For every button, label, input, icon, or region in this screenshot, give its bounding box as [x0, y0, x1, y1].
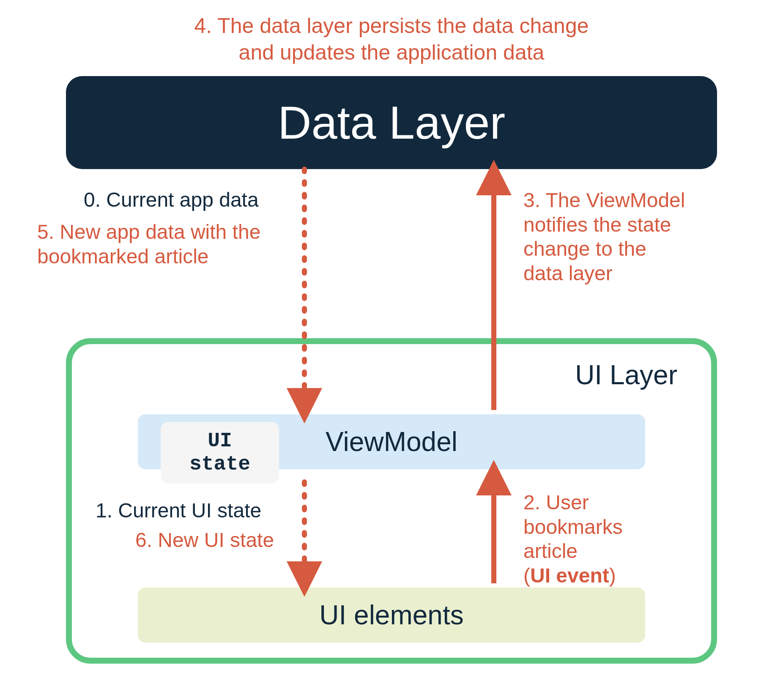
viewmodel-label: ViewModel [326, 427, 457, 457]
annotation-step-5-line2: bookmarked article [37, 245, 209, 268]
ui-elements-label: UI elements [319, 600, 463, 630]
annotation-step-0: 0. Current app data [84, 188, 259, 211]
annotation-step-5: 5. New app data with the bookmarked arti… [37, 220, 299, 268]
annotation-step-3-line3: change to the [523, 238, 646, 260]
annotation-step-1: 1. Current UI state [96, 499, 261, 522]
annotation-step-4: 4. The data layer persists the data chan… [96, 13, 687, 66]
annotation-step-3: 3. The ViewModel notifies the state chan… [523, 188, 735, 285]
data-layer-label: Data Layer [278, 96, 505, 148]
ui-state-pill: UI state [161, 422, 279, 484]
annotation-step-4-line1: 4. The data layer persists the data chan… [194, 14, 589, 38]
annotation-step-2-line3: article [523, 540, 578, 562]
annotation-step-4-line2: and updates the application data [239, 41, 545, 64]
ui-state-line2: state [189, 453, 250, 476]
annotation-step-2-line2: bookmarks [523, 516, 623, 538]
data-layer-box: Data Layer [66, 76, 717, 169]
ui-elements-box: UI elements [138, 588, 645, 643]
annotation-step-3-line4: data layer [523, 262, 613, 284]
annotation-step-3-line2: notifies the state [523, 213, 671, 236]
annotation-step-3-line1: 3. The ViewModel [523, 189, 685, 211]
annotation-step-2: 2. User bookmarks article (UI event) [523, 490, 693, 588]
annotation-step-5-line1: 5. New app data with the [37, 221, 260, 243]
ui-layer-label: UI Layer [575, 359, 677, 391]
annotation-step-6: 6. New UI state [135, 528, 274, 552]
annotation-step-2-line1: 2. User [523, 491, 589, 514]
annotation-step-2-line4: (UI event) [523, 564, 616, 587]
ui-state-line1: UI [208, 429, 232, 452]
